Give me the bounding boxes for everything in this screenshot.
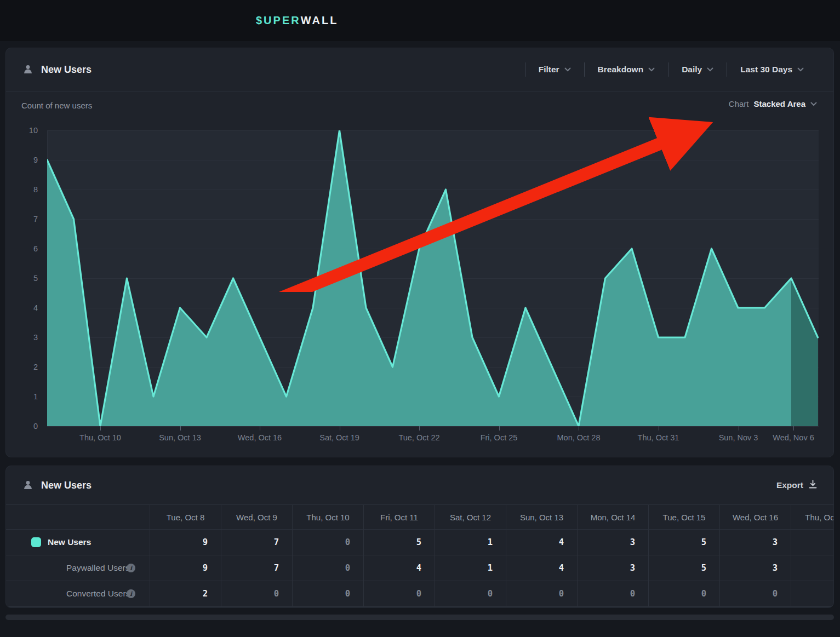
table-row-label: New Users bbox=[6, 530, 150, 555]
y-axis-tick-label: 5 bbox=[6, 273, 38, 284]
info-icon[interactable]: i bbox=[127, 589, 135, 598]
dropdown-label: Breakdown bbox=[598, 65, 644, 74]
y-axis-tick-label: 3 bbox=[6, 332, 38, 343]
superwall-logo: $UPERWALL bbox=[256, 0, 338, 41]
dropdown-label: Daily bbox=[682, 65, 702, 74]
x-axis-tick-label: Mon, Oct 28 bbox=[543, 433, 614, 442]
table-date-header: Fri, Oct 11 bbox=[363, 505, 435, 530]
table-value-cell: 3 bbox=[577, 555, 648, 581]
table-value-cell bbox=[791, 581, 834, 607]
chart-type-label: Chart bbox=[729, 99, 749, 108]
table-value-cell: 7 bbox=[221, 555, 292, 581]
y-axis-tick-label: 0 bbox=[6, 421, 38, 432]
y-axis-tick-label: 2 bbox=[6, 361, 38, 372]
logo-text-white: WALL bbox=[301, 14, 339, 27]
table-panel-title: New Users bbox=[41, 480, 92, 491]
table-date-header: Sat, Oct 12 bbox=[435, 505, 506, 530]
table-value-cell: 0 bbox=[363, 581, 435, 607]
horizontal-scrollbar[interactable] bbox=[5, 615, 834, 620]
chart-controls: FilterBreakdownDailyLast 30 Days bbox=[525, 62, 817, 77]
table-value-cell: 4 bbox=[363, 555, 435, 581]
filter-dropdown[interactable]: Filter bbox=[525, 65, 584, 74]
table-value-cell bbox=[791, 555, 834, 581]
table-value-cell: 0 bbox=[292, 530, 363, 555]
row-label-text: Converted Users bbox=[66, 589, 130, 599]
x-axis-tick bbox=[739, 426, 739, 431]
chart-panel-title: New Users bbox=[41, 64, 92, 76]
x-axis-tick bbox=[340, 426, 340, 431]
x-axis-tick-label: Sun, Oct 13 bbox=[145, 433, 216, 442]
series-color-swatch bbox=[31, 537, 41, 547]
export-button[interactable]: Export bbox=[776, 480, 817, 491]
download-icon bbox=[809, 480, 817, 491]
table-value-cell: 9 bbox=[150, 555, 221, 581]
x-axis-tick-label: Tue, Oct 22 bbox=[384, 433, 455, 442]
table-value-cell: 4 bbox=[506, 530, 577, 555]
table-value-cell: 7 bbox=[221, 530, 292, 555]
dropdown-label: Filter bbox=[539, 65, 559, 74]
y-axis-tick-label: 9 bbox=[6, 154, 38, 165]
new-users-chart-panel: New Users FilterBreakdownDailyLast 30 Da… bbox=[5, 48, 834, 457]
table-value-cell: 0 bbox=[221, 581, 292, 607]
x-axis-tick bbox=[793, 426, 794, 431]
x-axis-tick bbox=[419, 426, 420, 431]
y-axis-tick-label: 8 bbox=[6, 184, 38, 195]
y-axis-tick-label: 1 bbox=[6, 391, 38, 402]
table-corner-cell bbox=[6, 505, 150, 530]
table-value-cell: 3 bbox=[577, 530, 648, 555]
logo-text-teal: $UPER bbox=[256, 14, 301, 27]
table-value-cell: 2 bbox=[150, 581, 221, 607]
table-value-cell: 3 bbox=[719, 555, 791, 581]
partial-period-shading bbox=[791, 278, 818, 426]
x-axis-tick-label: Fri, Oct 25 bbox=[464, 433, 535, 442]
table-value-cell: 3 bbox=[719, 530, 791, 555]
table-date-header: Wed, Oct 16 bbox=[719, 505, 791, 530]
chevron-down-icon bbox=[707, 67, 713, 72]
chevron-down-icon bbox=[564, 67, 571, 72]
table-row-label: Converted Usersi bbox=[6, 581, 150, 607]
x-axis-tick bbox=[579, 426, 579, 431]
y-axis-tick-label: 6 bbox=[6, 243, 38, 254]
chart-type-value: Stacked Area bbox=[754, 99, 806, 108]
x-axis-tick-label: Thu, Oct 31 bbox=[623, 433, 694, 442]
person-icon bbox=[22, 480, 33, 491]
x-axis-tick-label: Sat, Oct 19 bbox=[304, 433, 375, 442]
table-value-cell: 5 bbox=[363, 530, 435, 555]
table-value-cell: 0 bbox=[292, 555, 363, 581]
top-navigation-bar: $UPERWALL bbox=[0, 0, 840, 41]
x-axis-tick bbox=[499, 426, 500, 431]
x-axis-tick bbox=[180, 426, 181, 431]
row-label-text: Paywalled Users bbox=[66, 563, 129, 573]
daily-values-table: Tue, Oct 8Wed, Oct 9Thu, Oct 10Fri, Oct … bbox=[6, 504, 834, 607]
chevron-down-icon bbox=[648, 67, 655, 72]
table-value-cell: 0 bbox=[292, 581, 363, 607]
last-30-days-dropdown[interactable]: Last 30 Days bbox=[727, 65, 817, 74]
export-label: Export bbox=[776, 480, 803, 490]
table-value-cell: 0 bbox=[577, 581, 648, 607]
x-axis-tick-label: Wed, Oct 16 bbox=[224, 433, 295, 442]
table-value-cell: 0 bbox=[648, 581, 719, 607]
table-date-header: Thu, Oct 17 bbox=[791, 505, 834, 530]
chevron-down-icon bbox=[797, 67, 804, 72]
table-value-cell: 9 bbox=[150, 530, 221, 555]
table-value-cell: 1 bbox=[435, 555, 506, 581]
stacked-area-chart bbox=[47, 130, 819, 426]
table-value-cell bbox=[791, 530, 834, 555]
x-axis-tick-label: Thu, Oct 10 bbox=[65, 433, 136, 442]
table-date-header: Tue, Oct 8 bbox=[150, 505, 221, 530]
table-value-cell: 5 bbox=[648, 555, 719, 581]
y-axis-tick-label: 4 bbox=[6, 302, 38, 313]
breakdown-dropdown[interactable]: Breakdown bbox=[585, 65, 668, 74]
table-row-label: Paywalled Usersi bbox=[6, 555, 150, 581]
gridline bbox=[47, 426, 819, 427]
info-icon[interactable]: i bbox=[127, 564, 135, 572]
x-axis-tick bbox=[659, 426, 659, 431]
daily-dropdown[interactable]: Daily bbox=[668, 65, 727, 74]
table-date-header: Thu, Oct 10 bbox=[292, 505, 363, 530]
dropdown-label: Last 30 Days bbox=[740, 65, 792, 74]
chart-panel-header: New Users FilterBreakdownDailyLast 30 Da… bbox=[6, 48, 833, 91]
x-axis-tick bbox=[100, 426, 101, 431]
table-panel-header: New Users Export bbox=[6, 466, 833, 504]
table-value-cell: 0 bbox=[506, 581, 577, 607]
chart-type-dropdown[interactable]: Chart Stacked Area bbox=[729, 99, 817, 108]
